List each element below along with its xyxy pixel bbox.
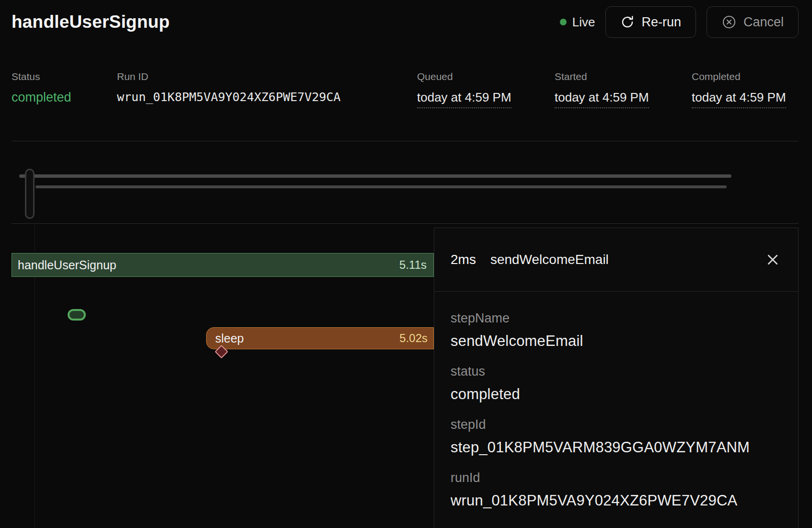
field-value: wrun_01K8PM5VA9Y024XZ6PWE7V29CA [451,492,782,509]
gantt-bar-handleUserSignup[interactable]: handleUserSignup 5.11s [12,253,434,277]
meta-label: Queued [417,71,555,82]
step-detail-body: stepName sendWelcomeEmail status complet… [434,292,798,509]
minimap-span-line-root [19,174,731,178]
meta-label: Completed [692,71,799,82]
live-status-dot [560,19,567,25]
span-name: handleUserSignup [18,258,116,272]
field-value: sendWelcomeEmail [451,333,782,350]
rerun-button[interactable]: Re-run [605,6,696,38]
span-duration: 5.11s [399,258,427,272]
run-metadata-row: Status completed Run ID wrun_01K8PM5VA9Y… [12,71,799,108]
field-stepId: stepId step_01K8PM5VARM839GGA0WZYM7ANM [451,417,782,456]
circle-x-icon [721,14,737,30]
minimap-span-line-sleep [35,185,727,188]
field-label: stepName [451,311,782,326]
cancel-label: Cancel [743,15,784,30]
close-icon [766,261,780,268]
gantt-step-pill-marker[interactable] [68,309,86,321]
meta-label: Started [555,71,692,82]
run-id-value: wrun_01K8PM5VA9Y024XZ6PWE7V29CA [117,90,417,104]
field-label: runId [451,471,782,485]
span-duration: 5.02s [399,332,428,345]
refresh-icon [620,15,635,29]
meta-started: Started today at 4:59 PM [555,71,692,108]
meta-completed: Completed today at 4:59 PM [692,71,799,108]
meta-status: Status completed [12,71,117,108]
live-label: Live [572,15,595,30]
close-button[interactable] [764,251,782,269]
status-value: completed [12,90,117,105]
step-detail-header: 2ms sendWelcomeEmail [434,228,798,292]
meta-label: Status [12,71,117,82]
step-detail-panel: 2ms sendWelcomeEmail stepName sendWelcom… [434,228,799,528]
field-stepName: stepName sendWelcomeEmail [451,311,782,350]
gantt-bar-sleep[interactable]: sleep 5.02s [206,327,434,349]
field-label: stepId [451,417,782,432]
top-actions: Live Re-run Cancel [560,6,799,38]
top-bar: handleUserSignup Live Re-run Cancel [12,0,799,44]
field-runId: runId wrun_01K8PM5VA9Y024XZ6PWE7V29CA [451,471,782,509]
divider [12,223,799,224]
page-title: handleUserSignup [12,12,170,32]
live-indicator: Live [560,15,595,30]
completed-time-value[interactable]: today at 4:59 PM [692,90,786,108]
cancel-button[interactable]: Cancel [707,6,799,38]
queued-time-value[interactable]: today at 4:59 PM [417,90,511,108]
meta-label: Run ID [117,71,417,82]
field-label: status [451,364,782,379]
started-time-value[interactable]: today at 4:59 PM [555,90,649,108]
meta-queued: Queued today at 4:59 PM [417,71,555,108]
span-name: sleep [215,332,244,345]
scrubber-brush-handle[interactable] [25,169,35,219]
step-title: sendWelcomeEmail [490,252,609,267]
step-duration: 2ms [451,252,476,267]
field-status: status completed [451,364,782,403]
field-value: step_01K8PM5VARM839GGA0WZYM7ANM [451,439,782,456]
field-value: completed [451,386,782,403]
divider [12,141,799,141]
workflow-run-page: handleUserSignup Live Re-run Cancel [0,0,812,528]
meta-run-id: Run ID wrun_01K8PM5VA9Y024XZ6PWE7V29CA [117,71,417,108]
rerun-label: Re-run [641,15,681,30]
